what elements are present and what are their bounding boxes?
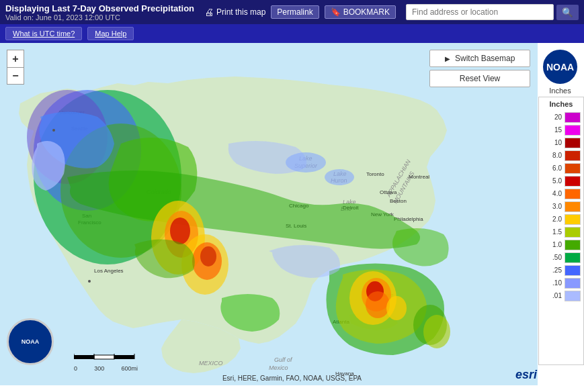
legend-row: .50 bbox=[539, 251, 583, 264]
svg-text:Gulf of: Gulf of bbox=[274, 356, 293, 363]
svg-text:Mexico: Mexico bbox=[269, 364, 288, 371]
switch-basemap-button[interactable]: Switch Basemap bbox=[429, 50, 530, 67]
legend-color-swatch bbox=[565, 265, 581, 276]
svg-point-54 bbox=[88, 280, 91, 283]
legend-items: 2015108.06.05.04.03.02.01.51.0.50.25.10.… bbox=[539, 111, 583, 302]
search-icon: 🔍 bbox=[562, 7, 573, 17]
zoom-controls: + − bbox=[7, 50, 24, 85]
legend-color-swatch bbox=[565, 138, 581, 148]
search-area: 🔍 bbox=[406, 4, 579, 20]
permalink-button[interactable]: Permalink bbox=[271, 5, 319, 19]
legend-title: Inches bbox=[539, 100, 583, 108]
noaa-text-bottom: NOAA bbox=[22, 338, 40, 346]
legend-color-swatch bbox=[565, 227, 581, 238]
scale-bar-svg bbox=[74, 350, 141, 366]
legend-panel: Inches 2015108.06.05.04.03.02.01.51.0.50… bbox=[538, 97, 584, 365]
map-help-button[interactable]: Map Help bbox=[87, 27, 134, 40]
legend-label: 8.0 bbox=[542, 152, 562, 159]
legend-color-swatch bbox=[565, 112, 581, 123]
legend-color-swatch bbox=[565, 214, 581, 225]
legend-color-swatch bbox=[565, 125, 581, 136]
switch-basemap-label: Switch Basemap bbox=[455, 54, 515, 63]
legend-row: 1.5 bbox=[539, 226, 583, 238]
legend-row: 2.0 bbox=[539, 213, 583, 226]
legend-row: 8.0 bbox=[539, 149, 583, 162]
bookmark-icon bbox=[331, 7, 341, 17]
zoom-in-button[interactable]: + bbox=[7, 50, 24, 67]
map-visualization[interactable]: APPALACHIAN MOUNTAINS Vancouver Seattle … bbox=[0, 43, 538, 385]
toolbar: What is UTC time? Map Help bbox=[0, 24, 584, 43]
legend-label: 20 bbox=[542, 113, 562, 121]
svg-point-52 bbox=[286, 152, 326, 173]
svg-point-51 bbox=[423, 315, 450, 348]
legend-label: .50 bbox=[542, 254, 562, 261]
legend-label: .10 bbox=[542, 279, 562, 287]
noaa-text-top: NOAA bbox=[546, 62, 574, 72]
legend-label: 10 bbox=[542, 139, 562, 146]
reset-view-button[interactable]: Reset View bbox=[429, 70, 530, 87]
legend-row: 5.0 bbox=[539, 175, 583, 187]
map-title: Displaying Last 7-Day Observed Precipita… bbox=[5, 3, 194, 13]
svg-point-48 bbox=[366, 291, 390, 318]
legend-row: 6.0 bbox=[539, 162, 583, 175]
svg-text:Los Angeles: Los Angeles bbox=[94, 268, 124, 274]
svg-rect-56 bbox=[74, 355, 94, 359]
legend-label: 1.5 bbox=[542, 228, 562, 236]
svg-rect-57 bbox=[94, 355, 114, 359]
legend-color-swatch bbox=[565, 189, 581, 199]
legend-color-swatch bbox=[565, 240, 581, 250]
search-button[interactable]: 🔍 bbox=[556, 5, 579, 20]
legend-row: 10 bbox=[539, 136, 583, 149]
legend-row: 1.0 bbox=[539, 238, 583, 251]
svg-point-53 bbox=[325, 169, 354, 185]
print-label: Print this map bbox=[216, 7, 265, 17]
print-icon bbox=[204, 7, 214, 17]
legend-row: .01 bbox=[539, 289, 583, 302]
legend-label: 1.0 bbox=[542, 241, 562, 248]
arrow-icon bbox=[445, 54, 453, 63]
svg-text:Boston: Boston bbox=[390, 198, 407, 204]
legend-label: .25 bbox=[542, 266, 562, 274]
noaa-logo-bottom: NOAA bbox=[7, 318, 54, 365]
legend-row: 20 bbox=[539, 111, 583, 124]
svg-point-44 bbox=[200, 246, 216, 266]
legend-color-swatch bbox=[565, 291, 581, 301]
legend-color-swatch bbox=[565, 201, 581, 212]
search-input[interactable] bbox=[406, 4, 554, 20]
legend-color-swatch bbox=[565, 252, 581, 263]
map-container: APPALACHIAN MOUNTAINS Vancouver Seattle … bbox=[0, 43, 584, 385]
legend-color-swatch bbox=[565, 150, 581, 161]
svg-point-49 bbox=[386, 296, 407, 320]
svg-point-41 bbox=[170, 217, 190, 244]
legend-color-swatch bbox=[565, 278, 581, 289]
attribution-text: Esri, HERE, Garmin, FAO, NOAA, USGS, EPA bbox=[222, 375, 362, 382]
legend-color-swatch bbox=[565, 163, 581, 174]
header-info: Displaying Last 7-Day Observed Precipita… bbox=[5, 3, 194, 21]
legend-label: 6.0 bbox=[542, 164, 562, 172]
legend-label: 15 bbox=[542, 126, 562, 134]
map-date: Valid on: June 01, 2023 12:00 UTC bbox=[5, 13, 194, 21]
svg-text:Ottawa: Ottawa bbox=[380, 189, 397, 195]
map-overlay-buttons: Switch Basemap Reset View bbox=[429, 50, 530, 87]
legend-row: 4.0 bbox=[539, 187, 583, 200]
legend-row: 3.0 bbox=[539, 200, 583, 213]
legend-label: 3.0 bbox=[542, 203, 562, 210]
legend-row: 15 bbox=[539, 124, 583, 136]
print-link[interactable]: Print this map bbox=[204, 7, 265, 17]
svg-text:Montreal: Montreal bbox=[409, 174, 429, 180]
utc-time-button[interactable]: What is UTC time? bbox=[5, 27, 82, 40]
bookmark-button[interactable]: BOOKMARK bbox=[325, 5, 396, 19]
legend-label: 2.0 bbox=[542, 215, 562, 223]
legend-label: .01 bbox=[542, 292, 562, 299]
svg-text:Toronto: Toronto bbox=[366, 171, 384, 177]
legend-label: 5.0 bbox=[542, 177, 562, 185]
scale-label-2: 600mi bbox=[121, 365, 138, 372]
scale-label-1: 300 bbox=[94, 365, 104, 372]
header-actions: Print this map Permalink BOOKMARK bbox=[204, 5, 396, 19]
svg-point-55 bbox=[52, 129, 55, 132]
legend-color-swatch bbox=[565, 176, 581, 187]
esri-logo: esri bbox=[515, 368, 537, 382]
zoom-out-button[interactable]: − bbox=[7, 67, 24, 85]
legend-row: .25 bbox=[539, 264, 583, 277]
bookmark-label: BOOKMARK bbox=[343, 7, 390, 17]
